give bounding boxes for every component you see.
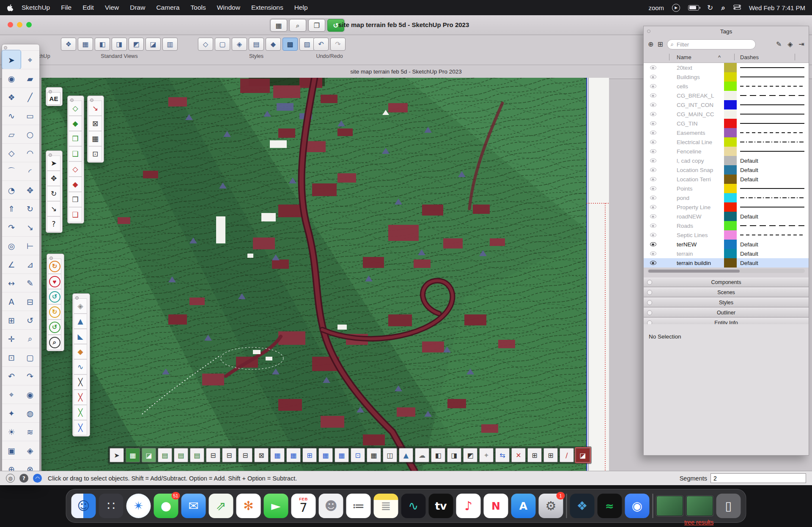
tag-dashes-cell[interactable] [737, 225, 809, 226]
tool-button[interactable]: ❖ [2, 87, 21, 106]
ae-palette[interactable]: AE [46, 87, 63, 106]
style-button[interactable]: ◇ [198, 38, 213, 51]
tag-dashes-cell[interactable] [737, 76, 809, 77]
visibility-eye-icon[interactable] [650, 186, 656, 191]
mini-tool-button[interactable]: ? [47, 216, 60, 232]
viewport-tool-button[interactable]: ⊟ [222, 448, 236, 462]
tool-button[interactable]: ≋ [21, 422, 39, 441]
viewport-tool-button[interactable]: ☁ [415, 448, 429, 462]
zoom-menu-item[interactable]: zoom [648, 4, 664, 11]
tags-column-header[interactable]: Name^ Dashes [644, 52, 809, 63]
visibility-eye-icon[interactable] [650, 242, 656, 246]
visibility-eye-icon[interactable] [650, 177, 656, 181]
menu-item[interactable]: SketchUp [16, 4, 55, 11]
viewport-tool-button[interactable]: ◩ [463, 448, 477, 462]
tool-button[interactable]: ◜ [21, 162, 39, 180]
tag-color-swatch[interactable] [724, 156, 737, 165]
dock-app-icon[interactable] [566, 494, 567, 518]
dock-app-icon[interactable]: ∷ [99, 494, 123, 518]
standard-view-button[interactable]: ◧ [95, 38, 110, 51]
tool-button[interactable]: ⊞ [2, 311, 21, 329]
viewport-tool-button[interactable]: ✦ [479, 448, 494, 462]
menu-item[interactable]: File [55, 4, 77, 11]
minimize-button[interactable] [17, 22, 22, 27]
round-tool-button[interactable]: ↻ [48, 304, 61, 319]
tag-color-swatch[interactable] [724, 119, 737, 128]
mini-tool-button[interactable]: ▦ [88, 131, 102, 146]
edit-tools-palette[interactable]: ➤✥↻↘? [46, 150, 63, 233]
tag-dashes-cell[interactable]: Default [737, 260, 809, 266]
tag-row[interactable]: Property Line [644, 202, 809, 212]
menu-clock[interactable]: Wed Feb 7 7:41 PM [749, 4, 805, 11]
mini-tool-button[interactable]: ◆ [69, 116, 82, 131]
tag-dashes-cell[interactable] [737, 123, 809, 124]
dock-app-icon[interactable]: ● 51 [154, 494, 178, 518]
visibility-eye-icon[interactable] [650, 168, 656, 172]
media-play-icon[interactable]: ▶ [672, 4, 680, 12]
mini-tool-button[interactable]: ◣ [74, 329, 87, 344]
tool-button[interactable]: ◔ [2, 180, 21, 199]
viewport-tool-button[interactable]: ⊟ [206, 448, 220, 462]
visibility-eye-icon[interactable] [650, 196, 656, 200]
tag-color-swatch[interactable] [724, 109, 737, 119]
tag-filter-field[interactable]: ⌕ [667, 39, 756, 49]
tag-row[interactable]: Fenceline [644, 147, 809, 156]
mini-tool-button[interactable]: ▲ [74, 314, 87, 329]
tag-color-swatch[interactable] [724, 221, 737, 230]
tag-dashes-cell[interactable]: Default [737, 251, 809, 257]
panel-section-bar[interactable]: Components [644, 278, 809, 287]
visibility-eye-icon[interactable] [650, 233, 656, 237]
visibility-eye-icon[interactable] [650, 75, 656, 79]
tag-dashes-cell[interactable] [737, 188, 809, 189]
dock-app-icon[interactable]: A [511, 494, 536, 518]
standard-view-button[interactable]: ▦ [78, 38, 93, 51]
segments-input[interactable] [710, 473, 806, 483]
panel-collapse-icon[interactable] [647, 30, 650, 33]
dock-app-icon[interactable]: ❖ [570, 494, 595, 518]
tool-button[interactable]: ∠ [2, 255, 21, 273]
control-center-icon[interactable] [733, 5, 741, 11]
visibility-eye-icon[interactable] [650, 103, 656, 107]
visibility-eye-icon[interactable] [650, 93, 656, 98]
standard-view-button[interactable]: ◩ [129, 38, 144, 51]
viewport-tool-button[interactable]: ▦ [286, 448, 301, 462]
tags-panel-header[interactable]: Tags [644, 26, 809, 37]
visibility-eye-icon[interactable] [650, 205, 656, 209]
tool-button[interactable]: ◉ [21, 385, 39, 404]
tag-row[interactable]: pond [644, 193, 809, 202]
backup-sync-icon[interactable]: ↻ [707, 4, 713, 11]
tag-row[interactable]: CG_INT_CON [644, 100, 809, 109]
dock-app-icon[interactable]: ✻ [236, 494, 261, 518]
visibility-eye-icon[interactable] [650, 121, 656, 126]
tag-color-swatch[interactable] [724, 240, 737, 249]
dock-app-icon[interactable]: ✴ [126, 494, 151, 518]
dock-app-icon[interactable]: ≈ [598, 494, 622, 518]
viewport-tool-button[interactable]: ◫ [383, 448, 397, 462]
dashes-column-label[interactable]: Dashes [737, 54, 809, 60]
tag-filter-input[interactable] [676, 41, 752, 48]
edit-pencil-icon[interactable]: ✎ [776, 41, 782, 48]
tool-button[interactable]: ⊟ [21, 292, 39, 311]
tool-button[interactable]: ▱ [2, 125, 21, 143]
menu-item[interactable]: Help [289, 4, 313, 11]
menu-item[interactable]: Tools [185, 4, 211, 11]
tool-button[interactable]: ▭ [21, 106, 39, 125]
tag-row[interactable]: Location Snap Default [644, 165, 809, 175]
tag-dashes-cell[interactable] [737, 151, 809, 152]
apple-menu-icon[interactable] [7, 4, 14, 11]
tag-color-swatch[interactable] [724, 184, 737, 193]
panel-section-bar[interactable]: Scenes [644, 288, 809, 297]
tool-button[interactable]: ◍ [21, 404, 39, 422]
tag-dashes-cell[interactable] [737, 67, 809, 68]
mini-tool-button[interactable]: ⊡ [88, 146, 102, 161]
tool-button[interactable]: ⌒ [2, 162, 21, 180]
dock-app-icon[interactable]: ≣ [374, 494, 398, 518]
palette-close-icon[interactable] [49, 90, 52, 93]
visibility-eye-icon[interactable] [650, 251, 656, 256]
mini-tool-button[interactable]: ↘ [47, 201, 60, 216]
panel-disclosure-icon[interactable] [647, 280, 652, 285]
tool-button[interactable]: ▰ [21, 69, 39, 87]
tag-color-swatch[interactable] [724, 137, 737, 147]
visibility-eye-icon[interactable] [650, 149, 656, 153]
style-button[interactable]: ▤ [249, 38, 264, 51]
